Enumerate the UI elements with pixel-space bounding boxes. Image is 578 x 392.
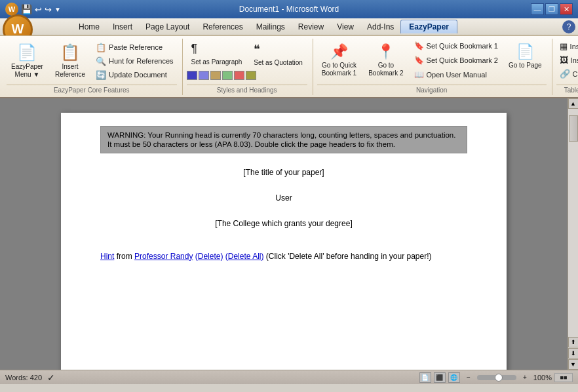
set-quick-bookmark1-btn[interactable]: 🔖 Set Quick Bookmark 1 [411, 40, 501, 52]
document-area: WARNING: Your Running head is currently … [0, 98, 568, 370]
go-to-bookmark1-btn[interactable]: 📌 Go to QuickBookmark 1 [317, 40, 361, 81]
zoom-minus-btn[interactable]: − [463, 372, 474, 383]
color-swatch-3[interactable] [210, 71, 221, 80]
scroll-up-btn[interactable]: ▲ [568, 98, 579, 109]
bookmark1-label: Go to QuickBookmark 1 [322, 62, 356, 77]
restore-btn[interactable]: ❐ [545, 3, 558, 15]
doc-author-text: User [275, 193, 292, 203]
core-buttons: 📄 EazyPaperMenu ▼ 📋 InsertReference 📋 Pa… [7, 40, 177, 82]
go-to-page-btn[interactable]: 📄 Go to Page [504, 40, 547, 81]
color-swatch-1[interactable] [187, 71, 197, 80]
view-btn-web[interactable]: 🌐 [448, 372, 460, 383]
minimize-btn[interactable]: — [531, 3, 544, 15]
tf-group-content: ▦ Insert Table 🖼 Insert Figure 🔗 Cross-r… [556, 40, 578, 82]
zoom-slider[interactable] [477, 375, 516, 380]
main-area: WARNING: Your Running head is currently … [0, 98, 578, 370]
ribbon-group-tables-figures: ▦ Insert Table 🖼 Insert Figure 🔗 Cross-r… [554, 39, 578, 95]
window-controls: — ❐ ✕ [531, 3, 573, 15]
eazypaper-menu-icon: 📄 [17, 43, 37, 62]
ribbon-group-core: 📄 EazyPaperMenu ▼ 📋 InsertReference 📋 Pa… [4, 39, 183, 95]
hint-line: Hint from Professor Randy (Delete) (Dele… [100, 250, 467, 263]
user-manual-label: Open User Manual [427, 71, 487, 79]
update-document-icon: 🔄 [96, 70, 106, 80]
title-text: Document1 - Microsoft Word [239, 5, 339, 14]
menu-item-view[interactable]: View [330, 20, 360, 33]
quick-dropdown-btn[interactable]: ▼ [54, 6, 61, 13]
open-user-manual-btn[interactable]: 📖 Open User Manual [411, 69, 501, 81]
menu-bar: W Home Insert Page Layout References Mai… [0, 18, 578, 35]
insert-reference-icon: 📋 [60, 43, 80, 62]
color-swatch-6[interactable] [246, 71, 256, 80]
delete-link[interactable]: (Delete) [195, 252, 223, 261]
view-btn-print[interactable]: 📄 [419, 372, 431, 383]
zoom-level-btn[interactable]: ■■ [554, 373, 573, 382]
eazypaper-menu-btn[interactable]: 📄 EazyPaperMenu ▼ [7, 40, 48, 82]
scroll-prev-page-btn[interactable]: ⬆ [568, 337, 579, 347]
user-manual-icon: 📖 [414, 70, 424, 79]
zoom-plus-btn[interactable]: + [519, 372, 531, 383]
color-swatch-2[interactable] [199, 71, 209, 80]
styles-top-row: ¶ Set as Paragraph ❝ Set as Quotation [187, 40, 307, 68]
hunt-references-btn[interactable]: 🔍 Hunt for References [92, 55, 176, 68]
core-small-buttons: 📋 Paste Reference 🔍 Hunt for References … [92, 40, 176, 82]
cross-reference-btn[interactable]: 🔗 Cross-reference [556, 68, 578, 80]
scroll-thumb[interactable] [569, 115, 578, 142]
menu-item-review[interactable]: Review [292, 20, 330, 33]
zoom-percent: 100% [533, 374, 552, 382]
insert-reference-label: InsertReference [55, 63, 85, 79]
set-quick-bookmark2-btn[interactable]: 🔖 Set Quick Bookmark 2 [411, 54, 501, 66]
scrollbar: ▲ ⬆ ⬇ ▼ [568, 98, 578, 370]
title-bar-left: W 💾 ↩ ↪ ▼ [5, 3, 61, 16]
doc-author: User [100, 192, 467, 205]
help-btn[interactable]: ? [562, 20, 575, 33]
set-as-quotation-btn[interactable]: ❝ Set as Quotation [249, 40, 307, 68]
go-to-bookmark2-btn[interactable]: 📍 Go toBookmark 2 [364, 40, 408, 81]
menu-item-eazypaper[interactable]: EazyPaper [400, 20, 457, 33]
hint-suffix-text: (Click 'Delete All' before handing in yo… [266, 252, 432, 261]
set-as-paragraph-btn[interactable]: ¶ Set as Paragraph [187, 40, 247, 68]
update-document-btn[interactable]: 🔄 Update Document [92, 69, 176, 81]
hunt-references-label: Hunt for References [109, 57, 173, 65]
tf-group-label: Tables and Figures [556, 85, 578, 94]
scroll-next-page-btn[interactable]: ⬇ [568, 348, 579, 359]
menu-item-mailings[interactable]: Mailings [250, 20, 292, 33]
quick-save-btn[interactable]: 💾 [21, 4, 32, 14]
quick-undo-btn[interactable]: ↩ [35, 5, 42, 14]
document-body: [The title of your paper] User [The Coll… [100, 167, 467, 263]
core-group-content: 📄 EazyPaperMenu ▼ 📋 InsertReference 📋 Pa… [7, 40, 177, 82]
scroll-bottom-btns: ⬆ ⬇ ▼ [568, 337, 579, 370]
set-bookmark1-icon: 🔖 [414, 41, 424, 50]
paste-reference-btn[interactable]: 📋 Paste Reference [92, 41, 176, 54]
menu-item-page-layout[interactable]: Page Layout [139, 20, 196, 33]
quick-redo-btn[interactable]: ↪ [45, 5, 52, 14]
color-swatch-4[interactable] [222, 71, 233, 80]
menu-item-references[interactable]: References [196, 20, 249, 33]
insert-table-btn[interactable]: ▦ Insert Table [556, 40, 578, 52]
set-as-paragraph-label: Set as Paragraph [191, 58, 242, 66]
doc-institution-text: [The College which grants your degree] [215, 219, 352, 228]
professor-link[interactable]: Professor Randy [134, 252, 193, 261]
insert-table-icon: ▦ [560, 41, 568, 51]
delete-all-link[interactable]: (Delete All) [225, 252, 264, 261]
ribbon-content: 📄 EazyPaperMenu ▼ 📋 InsertReference 📋 Pa… [0, 35, 578, 97]
menu-item-home[interactable]: Home [72, 20, 106, 33]
document-page[interactable]: WARNING: Your Running head is currently … [61, 113, 507, 370]
insert-figure-icon: 🖼 [560, 55, 568, 65]
doc-title-text: [The title of your paper] [243, 168, 324, 177]
view-btn-full[interactable]: ⬛ [434, 372, 446, 383]
ribbon-group-styles: ¶ Set as Paragraph ❝ Set as Quotation [184, 39, 313, 95]
hint-link[interactable]: Hint [100, 252, 114, 261]
scroll-down-btn[interactable]: ▼ [568, 359, 579, 370]
title-bar: W 💾 ↩ ↪ ▼ Document1 - Microsoft Word — ❐… [0, 0, 578, 18]
set-as-paragraph-icon: ¶ [191, 42, 198, 56]
status-bar: Words: 420 ✓ 📄 ⬛ 🌐 − + 100% ■■ [0, 370, 578, 384]
close-btn[interactable]: ✕ [560, 3, 573, 15]
scroll-track[interactable] [568, 109, 578, 337]
status-left: Words: 420 ✓ [5, 372, 55, 383]
color-swatch-5[interactable] [234, 71, 244, 80]
menu-item-insert[interactable]: Insert [106, 20, 139, 33]
insert-reference-btn[interactable]: 📋 InsertReference [50, 40, 90, 82]
insert-figure-btn[interactable]: 🖼 Insert Figure [556, 54, 578, 66]
styles-group-content: ¶ Set as Paragraph ❝ Set as Quotation [187, 40, 307, 82]
menu-item-add-ins[interactable]: Add-Ins [360, 20, 400, 33]
